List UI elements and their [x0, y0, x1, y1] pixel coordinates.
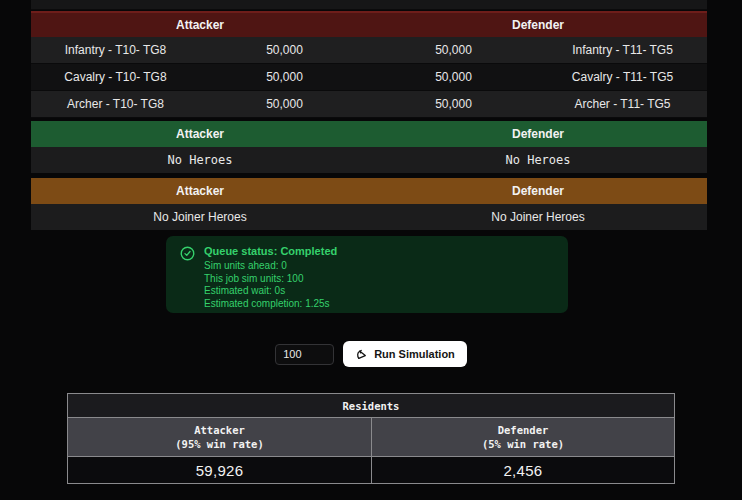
defender-troop-count: 50,000: [369, 97, 538, 111]
sim-units-input[interactable]: [275, 344, 334, 365]
run-button-label: Run Simulation: [374, 348, 455, 360]
attacker-troop-label: Infantry - T10- TG8: [31, 43, 200, 57]
defender-troop-count: 50,000: [369, 70, 538, 84]
battle-simulator-page: Attacker Defender Infantry - T10- TG8 50…: [0, 0, 742, 500]
attacker-result-header: Attacker (95% win rate): [68, 418, 371, 456]
defender-troop-label: Archer - T11- TG5: [538, 97, 707, 111]
attacker-heroes-value: No Heroes: [31, 153, 369, 167]
joiners-attacker-header: Attacker: [31, 184, 369, 198]
table-row: Archer - T10- TG8 50,000 50,000 Archer -…: [31, 91, 707, 118]
attacker-win-rate: (95% win rate): [175, 437, 264, 451]
queue-status-lines: Queue status: Completed Sim units ahead:…: [204, 245, 337, 305]
results-title: Residents: [68, 394, 674, 418]
attacker-troop-label: Cavalry - T10- TG8: [31, 70, 200, 84]
troops-table: Attacker Defender Infantry - T10- TG8 50…: [31, 11, 707, 118]
defender-win-rate: (5% win rate): [482, 437, 564, 451]
table-row: Infantry - T10- TG8 50,000 50,000 Infant…: [31, 37, 707, 64]
joiners-header-row: Attacker Defender: [31, 178, 707, 204]
defender-heroes-value: No Heroes: [369, 153, 707, 167]
troops-header-row: Attacker Defender: [31, 11, 707, 37]
joiners-defender-header: Defender: [369, 184, 707, 198]
joiner-heroes-table: Attacker Defender No Joiner Heroes No Jo…: [31, 178, 707, 230]
table-row: Cavalry - T10- TG8 50,000 50,000 Cavalry…: [31, 64, 707, 91]
run-icon: [355, 348, 368, 361]
attacker-troop-count: 50,000: [200, 97, 369, 111]
estimated-completion: Estimated completion: 1.25s: [204, 298, 337, 311]
results-subheader-row: Attacker (95% win rate) Defender (5% win…: [68, 418, 674, 457]
defender-residents-value: 2,456: [371, 457, 674, 483]
defender-result-header: Defender (5% win rate): [371, 418, 674, 456]
defender-joiner-heroes-value: No Joiner Heroes: [369, 210, 707, 224]
estimated-wait: Estimated wait: 0s: [204, 285, 337, 298]
troops-attacker-header: Attacker: [31, 18, 369, 32]
attacker-joiner-heroes-value: No Joiner Heroes: [31, 210, 369, 224]
heroes-header-row: Attacker Defender: [31, 121, 707, 147]
heroes-defender-header: Defender: [369, 127, 707, 141]
attacker-residents-value: 59,926: [68, 457, 371, 483]
queue-status-panel: Queue status: Completed Sim units ahead:…: [166, 236, 568, 313]
attacker-troop-count: 50,000: [200, 70, 369, 84]
run-simulation-button[interactable]: Run Simulation: [343, 341, 467, 367]
defender-troop-count: 50,000: [369, 43, 538, 57]
defender-troop-label: Infantry - T11- TG5: [538, 43, 707, 57]
defender-result-label: Defender: [498, 423, 549, 437]
heroes-table: Attacker Defender No Heroes No Heroes: [31, 121, 707, 173]
results-values-row: 59,926 2,456: [68, 457, 674, 483]
defender-troop-label: Cavalry - T11- TG5: [538, 70, 707, 84]
results-table: Residents Attacker (95% win rate) Defend…: [67, 393, 675, 484]
troops-defender-header: Defender: [369, 18, 707, 32]
table-row: No Heroes No Heroes: [31, 147, 707, 173]
table-row: No Joiner Heroes No Joiner Heroes: [31, 204, 707, 230]
check-circle-icon: [180, 245, 195, 305]
sim-units-ahead: Sim units ahead: 0: [204, 260, 337, 273]
simulation-controls: Run Simulation: [0, 341, 742, 367]
clipped-row-above: [31, 0, 707, 10]
job-sim-units: This job sim units: 100: [204, 273, 337, 286]
attacker-troop-label: Archer - T10- TG8: [31, 97, 200, 111]
queue-status-text: Queue status: Completed: [204, 245, 337, 257]
heroes-attacker-header: Attacker: [31, 127, 369, 141]
attacker-result-label: Attacker: [194, 423, 245, 437]
attacker-troop-count: 50,000: [200, 43, 369, 57]
